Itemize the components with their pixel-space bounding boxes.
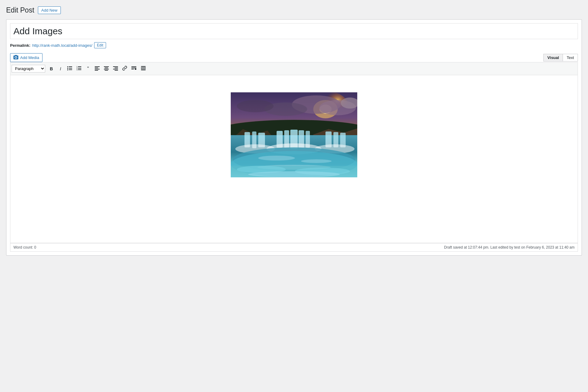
svg-rect-16 [104,66,109,67]
permalink-link[interactable]: http://rank-math.local/add-images/ [32,43,92,48]
view-tabs: Visual Text [543,54,578,61]
add-media-icon [13,55,18,61]
svg-rect-33 [145,67,146,68]
word-count: Word count: 0 [13,245,36,250]
add-new-button[interactable]: Add New [38,6,61,14]
svg-rect-19 [105,70,108,71]
svg-text:3.: 3. [76,69,78,71]
content-image [231,92,357,177]
italic-icon: I [60,66,61,71]
bullet-list-button[interactable] [65,65,74,73]
svg-rect-21 [115,68,118,68]
kitchen-sink-icon [141,65,146,72]
svg-rect-9 [78,68,81,68]
svg-point-71 [301,159,332,163]
editor-container: Permalink: http://rank-math.local/add-im… [6,19,582,256]
link-button[interactable] [120,65,129,73]
svg-rect-26 [131,69,134,69]
align-right-icon [113,66,118,72]
numbered-list-icon: 1. 2. 3. [76,66,81,72]
align-center-icon [104,66,109,72]
svg-point-47 [237,100,274,112]
editor-footer: Word count: 0 Draft saved at 12:07:44 pm… [10,243,578,252]
italic-button[interactable]: I [56,65,65,72]
align-center-button[interactable] [102,65,111,73]
svg-rect-30 [142,67,143,68]
svg-point-76 [248,171,340,177]
permalink-label: Permalink: [10,43,30,48]
svg-rect-18 [104,69,109,69]
editor-toolbar: Paragraph Heading 1 Heading 2 Heading 3 … [10,62,578,75]
svg-rect-3 [69,68,72,68]
svg-point-70 [258,156,295,161]
svg-rect-29 [141,67,142,68]
blockquote-button[interactable]: " [84,65,92,73]
svg-rect-32 [144,67,145,68]
page-title: Edit Post [6,6,34,14]
format-select[interactable]: Paragraph Heading 1 Heading 2 Heading 3 … [12,65,45,72]
svg-rect-38 [145,68,145,69]
svg-rect-0 [67,66,68,67]
svg-rect-34 [141,68,142,69]
svg-rect-15 [95,70,98,71]
svg-rect-39 [141,70,146,70]
editor-inner [15,80,573,177]
svg-rect-13 [95,68,98,68]
svg-rect-5 [69,69,72,70]
svg-rect-35 [142,68,143,69]
bold-button[interactable]: B [47,65,56,72]
word-count-value: 0 [34,245,36,250]
align-left-icon [95,66,100,72]
svg-rect-7 [78,66,81,67]
more-icon [131,66,136,72]
svg-rect-17 [105,68,108,68]
add-media-button[interactable]: Add Media [10,53,42,62]
bold-icon: B [50,66,53,71]
permalink-edit-button[interactable]: Edit [94,42,106,48]
editor-content[interactable] [10,75,578,243]
more-button[interactable] [130,65,138,73]
bullet-list-icon [67,66,72,72]
svg-rect-11 [78,69,81,70]
svg-rect-28 [141,66,146,67]
tab-visual[interactable]: Visual [543,54,563,61]
svg-rect-27 [135,68,136,70]
svg-rect-22 [113,69,118,69]
svg-rect-20 [113,66,118,67]
svg-rect-4 [67,69,68,70]
svg-rect-1 [69,66,72,67]
page-wrapper: Edit Post Add New Permalink: http://rank… [0,0,588,262]
svg-rect-36 [143,68,144,69]
kitchen-sink-button[interactable] [139,64,148,73]
svg-rect-24 [131,66,136,67]
svg-rect-25 [131,68,136,68]
svg-rect-14 [95,69,100,69]
tab-text[interactable]: Text [563,54,578,61]
word-count-label: Word count: [13,245,33,250]
add-media-label: Add Media [20,55,39,60]
link-icon [122,66,127,72]
svg-rect-37 [144,68,145,69]
align-right-button[interactable] [111,65,120,73]
svg-rect-12 [95,66,100,67]
svg-rect-31 [143,67,144,68]
blockquote-icon: " [87,66,89,72]
permalink-row: Permalink: http://rank-math.local/add-im… [10,42,578,48]
page-header: Edit Post Add New [6,6,582,14]
align-left-button[interactable] [93,65,101,73]
svg-rect-23 [115,70,118,71]
draft-status: Draft saved at 12:07:44 pm. Last edited … [444,245,575,250]
svg-rect-2 [67,68,68,69]
post-title-input[interactable] [10,23,578,39]
numbered-list-button[interactable]: 1. 2. 3. [75,65,83,73]
toolbar-row: Add Media Visual Text [10,53,578,62]
